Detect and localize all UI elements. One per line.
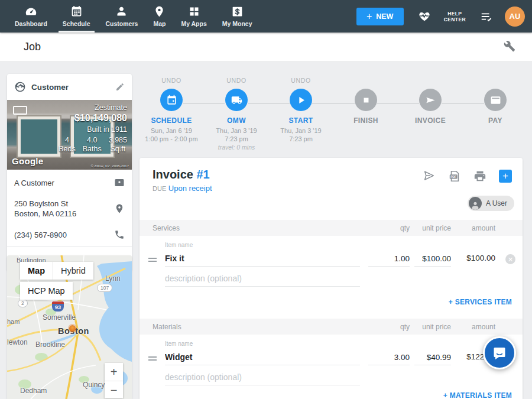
- apps-grid-icon: [188, 5, 200, 18]
- map-label-waltham: ham: [7, 318, 20, 325]
- pdf-icon[interactable]: PDF: [448, 170, 461, 183]
- customer-card: Customer Zestimate $10,149,080 Built in …: [7, 74, 132, 271]
- baths-label: Baths: [83, 145, 102, 154]
- phone-icon: [114, 229, 125, 240]
- job-location-marker[interactable]: [69, 325, 76, 332]
- map-type-hybrid-button[interactable]: Hybrid: [53, 262, 93, 280]
- service-description-input[interactable]: [165, 273, 360, 287]
- map-type-control: Map Hybrid: [20, 262, 93, 280]
- zestimate-overlay: Zestimate $10,149,080 Built in 1911 4 Be…: [59, 103, 127, 154]
- nav-dashboard[interactable]: Dashboard: [7, 0, 55, 33]
- step-omw-button[interactable]: [225, 89, 248, 111]
- material-description-input[interactable]: [165, 371, 360, 385]
- service-qty-input[interactable]: [368, 253, 410, 267]
- nav-my-money-label: My Money: [222, 20, 252, 27]
- credit-card-icon: [490, 95, 501, 106]
- schedule-calendar-icon: [70, 5, 83, 18]
- job-settings-wrench-icon[interactable]: [504, 40, 515, 54]
- built-year: Built in 1911: [59, 125, 127, 134]
- send-icon: [425, 95, 436, 106]
- sqft-stat: 3,985 Sq.ft: [109, 136, 127, 154]
- nav-map[interactable]: Map: [145, 0, 173, 33]
- add-materials-item-link[interactable]: + MATERIALS ITEM: [443, 391, 512, 399]
- photo-flag-icon[interactable]: [13, 106, 27, 115]
- customer-phone: (234) 567-8900: [14, 230, 114, 240]
- invoice-actions: PDF +: [423, 170, 512, 183]
- assignee-name: A User: [486, 199, 507, 207]
- new-button[interactable]: + NEW: [356, 8, 404, 25]
- add-services-item-link[interactable]: + SERVICES ITEM: [449, 298, 512, 306]
- truck-icon: [231, 95, 242, 106]
- calendar-icon: [166, 95, 177, 106]
- print-icon[interactable]: [473, 170, 486, 183]
- contact-card-icon: [114, 177, 125, 188]
- nav-customers-label: Customers: [106, 20, 138, 27]
- services-header-bar: Services qty unit price amount: [140, 220, 523, 236]
- help-center-line1: HELP: [444, 11, 466, 17]
- nav-my-apps[interactable]: My Apps: [173, 0, 214, 33]
- nav-my-money[interactable]: My Money: [215, 0, 260, 33]
- map-label-newton: lewton: [7, 338, 28, 346]
- services-amount-header: amount: [454, 224, 495, 232]
- checklist-icon[interactable]: [480, 10, 493, 23]
- user-avatar[interactable]: AU: [505, 7, 525, 27]
- avatar-initials: AU: [510, 12, 521, 21]
- material-qty-input[interactable]: [368, 352, 410, 365]
- health-heart-icon[interactable]: [418, 10, 431, 23]
- map-widget[interactable]: Burlington Lynn 107 2 93 Somerville ham …: [7, 255, 132, 399]
- step-pay-button[interactable]: [484, 89, 507, 111]
- services-unit-price-header: unit price: [404, 224, 451, 232]
- customer-name-row[interactable]: A Customer: [7, 172, 132, 193]
- beds-stat: 4 Beds: [59, 136, 76, 154]
- google-watermark: Google: [12, 156, 43, 166]
- hcp-map-button[interactable]: HCP Map: [20, 282, 73, 300]
- map-label-lynn: Lynn: [105, 274, 121, 283]
- zestimate-value: $10,149,080: [59, 113, 127, 124]
- material-unit-price-input[interactable]: [414, 352, 451, 365]
- customer-card-header: Customer: [7, 74, 132, 100]
- map-zoom-control: + −: [105, 363, 123, 398]
- nav-customers[interactable]: Customers: [98, 0, 146, 33]
- map-type-map-button[interactable]: Map: [20, 262, 53, 280]
- baths-stat: 4.0 Baths: [83, 136, 102, 154]
- sqft-label: Sq.ft: [109, 145, 127, 154]
- step-finish-button[interactable]: [355, 89, 377, 111]
- zoom-out-button[interactable]: −: [105, 381, 123, 398]
- service-unit-price-input[interactable]: [414, 253, 451, 267]
- material-item-name-input[interactable]: [165, 351, 360, 365]
- service-item-name-input[interactable]: [165, 252, 360, 267]
- nav-my-apps-label: My Apps: [181, 20, 206, 27]
- materials-header-bar: Materials qty unit price amount: [140, 319, 523, 335]
- assignee-chip[interactable]: A User: [468, 196, 514, 211]
- chat-bubble-button[interactable]: [483, 336, 516, 369]
- customer-phone-row[interactable]: (234) 567-8900: [7, 224, 132, 245]
- step-schedule-button[interactable]: [160, 89, 183, 111]
- due-terms-link[interactable]: Upon receipt: [168, 184, 212, 193]
- service-row-drag-handle[interactable]: [148, 256, 157, 264]
- step-invoice-button[interactable]: [419, 89, 442, 111]
- map-label-somerville: Somerville: [43, 313, 76, 322]
- dashboard-gauge-icon: [25, 5, 37, 18]
- customer-address-row[interactable]: 250 Boylston St Boston, MA 02116: [7, 193, 132, 224]
- beds-value: 4: [59, 136, 76, 145]
- nav-right-group: + NEW HELP CENTER AU: [356, 0, 532, 33]
- svg-text:PDF: PDF: [450, 176, 456, 179]
- help-center-link[interactable]: HELP CENTER: [444, 11, 466, 22]
- step-start-date: Thu, Jan 3 '19: [262, 126, 339, 135]
- customer-name: A Customer: [14, 178, 114, 188]
- edit-customer-pencil-icon[interactable]: [115, 82, 125, 92]
- nav-schedule[interactable]: Schedule: [55, 0, 98, 33]
- route-107-shield: 107: [97, 284, 112, 292]
- add-invoice-button[interactable]: +: [499, 170, 512, 183]
- zoom-in-button[interactable]: +: [105, 363, 123, 381]
- top-nav: Dashboard Schedule Customers Map My Apps…: [0, 0, 532, 33]
- send-invoice-icon[interactable]: [423, 170, 436, 183]
- step-start-button[interactable]: [290, 89, 312, 111]
- remove-service-item-button[interactable]: ✕: [505, 254, 515, 264]
- new-button-label: NEW: [376, 12, 393, 21]
- material-row-drag-handle[interactable]: [148, 355, 157, 362]
- nav-items: Dashboard Schedule Customers Map My Apps…: [0, 0, 260, 33]
- invoice-number[interactable]: #1: [196, 168, 209, 181]
- chat-icon: [492, 345, 507, 361]
- map-label-dedham: Dedham: [20, 387, 47, 395]
